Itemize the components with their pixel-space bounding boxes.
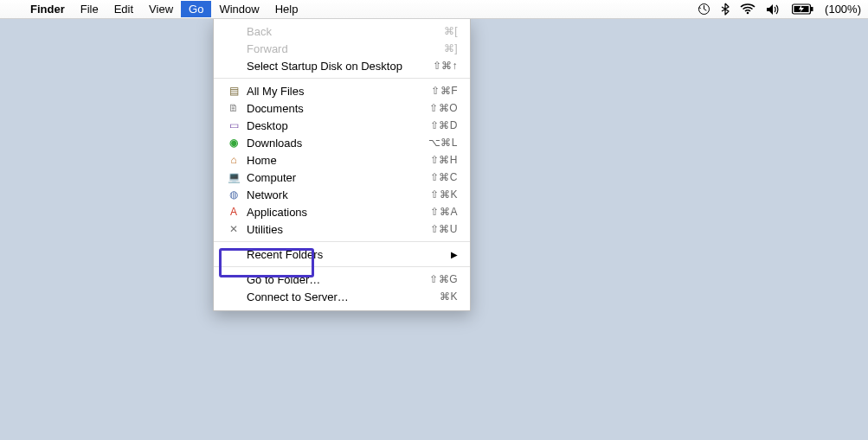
menu-item-label: Forward <box>247 42 288 55</box>
menu-window[interactable]: Window <box>211 1 267 17</box>
utilities-icon: ✕ <box>226 222 241 236</box>
menu-item-forward: Forward ⌘] <box>214 40 470 57</box>
spacer-icon <box>226 41 241 55</box>
volume-icon[interactable] <box>766 3 781 16</box>
menu-edit[interactable]: Edit <box>106 1 141 17</box>
menu-item-label: Recent Folders <box>247 248 323 261</box>
menu-item-computer[interactable]: 💻 Computer ⇧⌘C <box>214 169 470 186</box>
menu-item-shortcut: ⇧⌘C <box>430 171 458 183</box>
menu-finder[interactable]: Finder <box>23 1 73 17</box>
network-icon: ◍ <box>226 188 241 201</box>
menu-item-shortcut: ⇧⌘↑ <box>433 60 459 72</box>
menu-go[interactable]: Go <box>181 1 211 17</box>
menu-item-connect-to-server[interactable]: Connect to Server… ⌘K <box>214 288 470 305</box>
menu-item-network[interactable]: ◍ Network ⇧⌘K <box>214 186 470 203</box>
menubar-right: (100%) <box>698 3 861 16</box>
menu-item-shortcut: ⇧⌘K <box>430 188 458 201</box>
menu-item-label: Computer <box>247 171 296 184</box>
menu-item-documents[interactable]: 🗎 Documents ⇧⌘O <box>214 99 470 117</box>
menu-item-utilities[interactable]: ✕ Utilities ⇧⌘U <box>214 220 470 238</box>
battery-percent-text: (100%) <box>825 3 861 16</box>
spacer-icon <box>226 290 241 303</box>
menu-item-shortcut: ⌥⌘L <box>428 137 458 149</box>
menu-file[interactable]: File <box>73 1 106 17</box>
menu-item-all-my-files[interactable]: ▤ All My Files ⇧⌘F <box>214 82 470 99</box>
menubar: Finder File Edit View Go Window Help (10… <box>0 0 868 19</box>
menu-separator <box>214 241 470 242</box>
documents-icon: 🗎 <box>226 101 241 115</box>
menu-item-label: Go to Folder… <box>247 273 320 286</box>
menu-item-shortcut: ⇧⌘D <box>430 119 458 131</box>
menu-separator <box>214 78 470 79</box>
menu-item-label: Downloads <box>247 137 302 150</box>
menu-item-home[interactable]: ⌂ Home ⇧⌘H <box>214 151 470 169</box>
spacer-icon <box>226 24 241 38</box>
home-icon: ⌂ <box>226 153 241 167</box>
spacer-icon <box>226 247 241 261</box>
desktop-icon: ▭ <box>226 118 241 132</box>
menu-separator <box>214 266 470 267</box>
menu-view[interactable]: View <box>141 1 181 17</box>
submenu-arrow-icon: ▶ <box>451 250 458 259</box>
menu-item-downloads[interactable]: ◉ Downloads ⌥⌘L <box>214 134 470 151</box>
menu-item-select-startup-disk[interactable]: Select Startup Disk on Desktop ⇧⌘↑ <box>214 57 470 74</box>
menu-item-shortcut: ⇧⌘A <box>430 206 458 218</box>
menu-item-desktop[interactable]: ▭ Desktop ⇧⌘D <box>214 117 470 134</box>
svg-point-1 <box>747 12 749 15</box>
menu-item-go-to-folder[interactable]: Go to Folder… ⇧⌘G <box>214 271 470 288</box>
timemachine-icon[interactable] <box>698 3 710 16</box>
go-menu-dropdown: Back ⌘[ Forward ⌘] Select Startup Disk o… <box>213 19 471 311</box>
applications-icon: A <box>226 205 241 219</box>
menu-item-shortcut: ⇧⌘H <box>430 154 458 166</box>
menu-item-label: Back <box>247 25 272 38</box>
downloads-icon: ◉ <box>226 136 241 150</box>
menu-item-label: Utilities <box>247 223 283 236</box>
menubar-left: Finder File Edit View Go Window Help <box>12 1 305 17</box>
bluetooth-icon[interactable] <box>721 3 730 16</box>
menu-item-label: Select Startup Disk on Desktop <box>247 60 402 73</box>
menu-item-recent-folders[interactable]: Recent Folders ▶ <box>214 246 470 263</box>
spacer-icon <box>226 272 241 286</box>
menu-item-label: Network <box>247 188 288 201</box>
menu-item-label: Connect to Server… <box>247 290 349 303</box>
spacer-icon <box>226 59 241 73</box>
menu-item-shortcut: ⌘[ <box>444 25 458 37</box>
menu-item-shortcut: ⌘] <box>444 42 458 54</box>
svg-rect-4 <box>811 7 813 11</box>
menu-item-label: Documents <box>247 102 304 115</box>
menu-item-shortcut: ⇧⌘O <box>429 102 458 114</box>
menu-item-applications[interactable]: A Applications ⇧⌘A <box>214 203 470 220</box>
menu-item-label: Home <box>247 154 277 167</box>
menu-help[interactable]: Help <box>267 1 306 17</box>
computer-icon: 💻 <box>226 170 241 184</box>
menu-item-back: Back ⌘[ <box>214 22 470 40</box>
menu-item-shortcut: ⇧⌘G <box>429 273 458 285</box>
battery-icon[interactable] <box>792 3 814 15</box>
menu-item-shortcut: ⇧⌘U <box>430 223 458 235</box>
wifi-icon[interactable] <box>740 3 755 15</box>
menu-item-shortcut: ⌘K <box>440 290 458 303</box>
all-my-files-icon: ▤ <box>226 84 241 98</box>
menu-item-label: Applications <box>247 206 307 219</box>
menu-item-label: Desktop <box>247 119 288 132</box>
menu-item-label: All My Files <box>247 85 304 98</box>
menu-item-shortcut: ⇧⌘F <box>431 85 458 97</box>
